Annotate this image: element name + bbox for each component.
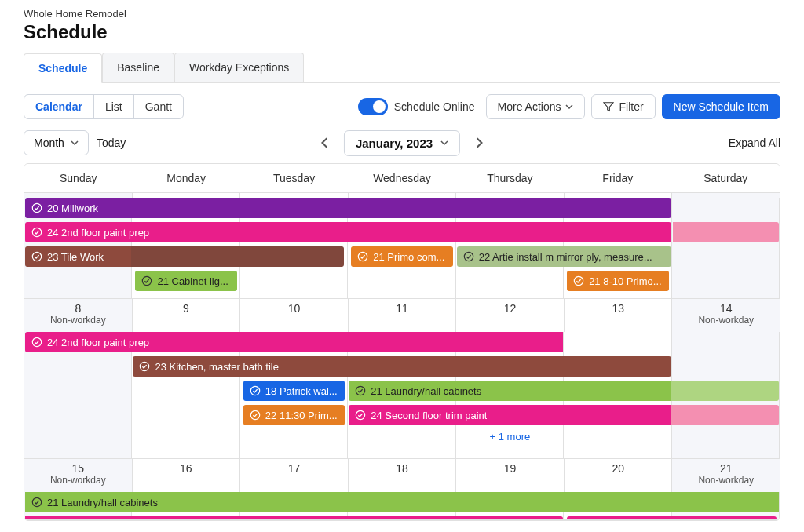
day-header: Monday	[132, 164, 239, 192]
calendar-event[interactable]: 18 Patrick wal...	[243, 381, 345, 401]
calendar-event-row: 20 Millwork	[24, 198, 780, 220]
breadcrumb: Whole Home Remodel	[24, 8, 780, 20]
calendar-event[interactable]: 24 1st floor paint prep	[567, 516, 777, 520]
new-schedule-item-button[interactable]: New Schedule Item	[662, 94, 780, 119]
calendar-event[interactable]: 21 Primo com...	[351, 246, 452, 267]
next-month-button[interactable]	[468, 132, 490, 154]
today-button[interactable]: Today	[97, 137, 126, 149]
prev-month-button[interactable]	[314, 132, 336, 154]
check-circle-icon	[250, 410, 261, 421]
calendar-day-cell[interactable]: 16	[133, 459, 241, 492]
tab-workday-exceptions[interactable]: Workday Exceptions	[174, 53, 304, 82]
day-header: Sunday	[24, 164, 132, 192]
calendar-header: SundayMondayTuesdayWednesdayThursdayFrid…	[24, 164, 780, 193]
filter-button[interactable]: Filter	[591, 94, 655, 119]
calendar-body: 20 Millwork24 2nd floor paint prep23 Til…	[24, 193, 780, 520]
check-circle-icon	[463, 251, 474, 262]
calendar-event-row: 24 Second floor trim paint24 1st floor p…	[24, 516, 780, 520]
calendar-day-cell[interactable]: 8Non-workday	[24, 299, 133, 332]
view-calendar[interactable]: Calendar	[24, 95, 94, 118]
chevron-left-icon	[321, 137, 329, 148]
day-header: Thursday	[456, 164, 564, 192]
calendar-day-cell[interactable]: 10	[240, 299, 349, 332]
check-circle-icon	[31, 337, 42, 348]
schedule-online-toggle[interactable]	[358, 98, 388, 115]
calendar-event[interactable]: 21 8-10 Primo...	[567, 271, 668, 291]
check-circle-icon	[31, 497, 42, 508]
day-header: Wednesday	[348, 164, 455, 192]
check-circle-icon	[250, 385, 261, 396]
calendar-event-row: 18 Patrick wal...21 Laundry/hall cabinet…	[24, 381, 780, 403]
calendar: SundayMondayTuesdayWednesdayThursdayFrid…	[24, 163, 780, 521]
month-label: January, 2023	[356, 137, 433, 150]
range-select[interactable]: Month	[24, 130, 89, 155]
filter-icon	[603, 101, 614, 112]
calendar-event-row: 22 11:30 Prim...24 Second floor trim pai…	[24, 405, 780, 427]
tab-schedule[interactable]: Schedule	[24, 53, 102, 83]
calendar-event[interactable]	[673, 222, 779, 242]
range-select-label: Month	[34, 137, 64, 149]
check-circle-icon	[355, 410, 366, 421]
calendar-event[interactable]: 24 2nd floor paint prep	[25, 332, 563, 352]
check-circle-icon	[141, 275, 152, 286]
check-circle-icon	[31, 202, 42, 213]
check-circle-icon	[31, 251, 42, 262]
check-circle-icon	[573, 275, 584, 286]
calendar-event[interactable]: 22 11:30 Prim...	[243, 405, 345, 425]
calendar-event[interactable]: 21 Cabinet lig...	[135, 271, 236, 291]
more-events-link[interactable]: + 1 more	[456, 431, 564, 443]
check-circle-icon	[31, 227, 42, 238]
calendar-event[interactable]: 24 Second floor trim paint	[25, 516, 563, 520]
calendar-event-row: 21 Laundry/hall cabinets	[24, 492, 780, 514]
calendar-day-cell[interactable]: 11	[349, 299, 457, 332]
calendar-event-row: 24 2nd floor paint prep	[24, 222, 780, 244]
page-title: Schedule	[24, 21, 780, 43]
calendar-event[interactable]: 24 Second floor trim paint	[349, 405, 779, 425]
main-tabs: Schedule Baseline Workday Exceptions	[24, 53, 780, 83]
calendar-day-cell[interactable]: 18	[349, 459, 457, 492]
calendar-day-cell[interactable]: 9	[133, 299, 241, 332]
calendar-day-cell[interactable]: 19	[456, 459, 565, 492]
check-circle-icon	[355, 385, 366, 396]
toolbar: Calendar List Gantt Schedule Online More…	[24, 94, 780, 119]
day-header: Tuesday	[240, 164, 348, 192]
calendar-event-row: 24 2nd floor paint prep	[24, 332, 780, 354]
calendar-event[interactable]: 20 Millwork	[25, 198, 671, 218]
view-gantt[interactable]: Gantt	[134, 95, 183, 118]
view-segments: Calendar List Gantt	[24, 94, 184, 119]
calendar-event[interactable]: 21 Laundry/hall cabinets	[349, 381, 779, 401]
chevron-down-icon	[565, 104, 573, 109]
calendar-day-cell[interactable]: 21Non-workday	[672, 459, 780, 492]
calendar-day-cell[interactable]: 13	[565, 299, 673, 332]
chevron-right-icon	[475, 137, 483, 148]
calendar-day-cell[interactable]: 12	[456, 299, 565, 332]
schedule-online-label: Schedule Online	[394, 100, 475, 113]
calendar-event[interactable]: 24 2nd floor paint prep	[25, 222, 671, 242]
calendar-event[interactable]: 23 Tile Work	[25, 246, 344, 267]
calendar-day-cell[interactable]: 15Non-workday	[24, 459, 133, 492]
calendar-event[interactable]: 22 Artie install m mirror ply, measure..…	[457, 246, 671, 267]
check-circle-icon	[357, 251, 368, 262]
calendar-day-cell[interactable]: 17	[240, 459, 349, 492]
chevron-down-icon	[71, 140, 79, 145]
calendar-day-cell[interactable]: 20	[565, 459, 673, 492]
more-actions-button[interactable]: More Actions	[486, 94, 586, 119]
tab-baseline[interactable]: Baseline	[102, 53, 174, 82]
view-list[interactable]: List	[94, 95, 134, 118]
calendar-subbar: Month Today January, 2023 Expand All	[24, 130, 780, 155]
day-header: Saturday	[672, 164, 780, 192]
calendar-event-row: 23 Kitchen, master bath tile	[24, 356, 780, 378]
expand-all-button[interactable]: Expand All	[729, 137, 780, 149]
month-select[interactable]: January, 2023	[344, 130, 460, 156]
calendar-event-row: 21 Cabinet lig...21 8-10 Primo...	[24, 271, 780, 293]
filter-label: Filter	[619, 100, 643, 113]
more-actions-label: More Actions	[498, 100, 561, 113]
day-header: Friday	[564, 164, 671, 192]
calendar-event-row: 23 Tile Work21 Primo com...22 Artie inst…	[24, 246, 780, 268]
check-circle-icon	[139, 361, 150, 372]
calendar-day-cell[interactable]: 14Non-workday	[672, 299, 780, 332]
calendar-event[interactable]: 23 Kitchen, master bath tile	[133, 356, 671, 377]
calendar-event[interactable]: 21 Laundry/hall cabinets	[25, 492, 779, 512]
chevron-down-icon	[440, 140, 448, 145]
